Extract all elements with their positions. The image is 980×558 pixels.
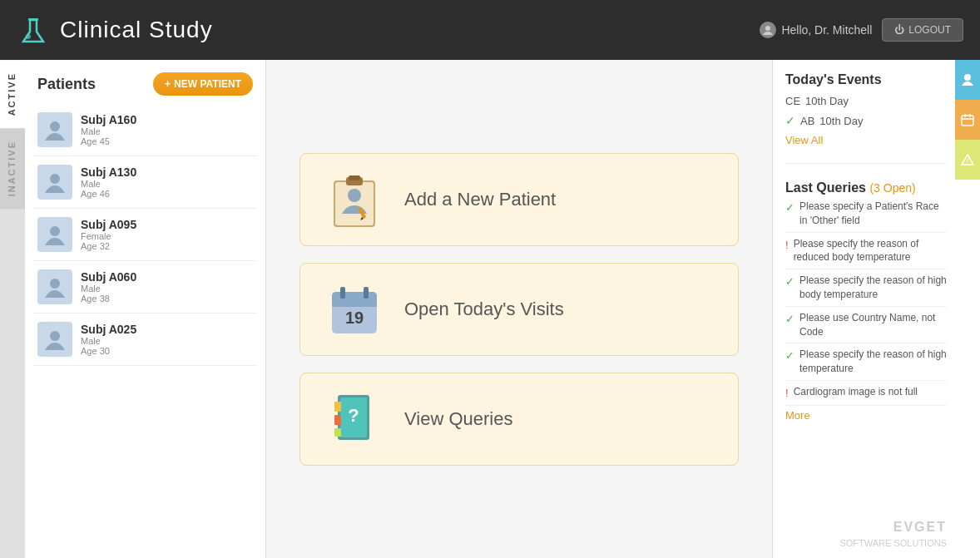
check-icon: ✓: [785, 274, 794, 289]
app-title: Clinical Study: [60, 17, 213, 43]
svg-point-6: [50, 226, 60, 236]
svg-rect-10: [335, 182, 374, 225]
clipboard-icon: [325, 170, 384, 229]
svg-rect-12: [349, 175, 360, 180]
svg-rect-32: [969, 114, 971, 117]
svg-point-2: [26, 34, 31, 39]
patient-name: Subj A130: [81, 165, 253, 179]
alert-sidebar-btn[interactable]: !: [955, 140, 980, 180]
flask-icon: [17, 13, 50, 47]
view-queries-card[interactable]: ? View Queries: [299, 373, 739, 466]
event-item: CE 10th Day: [785, 91, 947, 111]
today-events-title: Today's Events: [785, 72, 947, 87]
new-patient-button[interactable]: + NEW PATIENT: [153, 72, 253, 96]
event-item: ✓ AB 10th Day: [785, 111, 947, 131]
patient-name: Subj A160: [81, 113, 253, 126]
svg-point-4: [50, 121, 60, 131]
patient-item[interactable]: Subj A095 Female Age 32: [33, 209, 257, 261]
divider: [785, 163, 947, 164]
main-container: ACTIVE INACTIVE Patients + NEW PATIENT S…: [0, 60, 980, 558]
open-visits-card[interactable]: 19 Open Today's Visits: [299, 263, 739, 356]
svg-rect-31: [964, 114, 966, 117]
query-item: ! Please specify the reason of reduced b…: [785, 233, 947, 270]
patient-info: Subj A160 Male Age 45: [81, 113, 253, 146]
active-tab[interactable]: ACTIVE: [0, 60, 25, 128]
right-panel: Today's Events CE 10th Day ✓ AB 10th Day…: [772, 60, 980, 558]
patient-age: Age 38: [81, 294, 253, 304]
patient-item[interactable]: Subj A160 Male Age 45: [33, 104, 257, 156]
patient-gender: Female: [81, 231, 253, 241]
power-icon: ⏻: [894, 24, 904, 36]
calendar-sidebar-btn[interactable]: [955, 100, 980, 140]
svg-point-28: [964, 74, 971, 81]
query-item: ✓ Please use Country Name, not Code: [785, 307, 947, 344]
queries-title: Last Queries: [785, 180, 866, 195]
svg-rect-25: [334, 402, 341, 412]
svg-point-3: [765, 26, 770, 31]
patient-age: Age 32: [81, 241, 253, 251]
patient-gender: Male: [81, 179, 253, 189]
sidebar-title: Patients: [37, 76, 96, 93]
check-icon: ✓: [785, 348, 794, 363]
patient-age: Age 46: [81, 189, 253, 199]
svg-rect-18: [332, 304, 377, 307]
svg-rect-27: [334, 428, 341, 437]
svg-point-13: [348, 189, 361, 202]
patient-name: Subj A095: [81, 218, 253, 231]
add-patient-label: Add a New Patient: [404, 189, 556, 210]
book-icon: ?: [325, 390, 384, 448]
patient-list: Subj A160 Male Age 45 Subj A130 Male Age…: [25, 104, 265, 366]
avatar: [37, 217, 72, 252]
svg-rect-26: [334, 415, 341, 425]
svg-text:!: !: [967, 157, 969, 165]
svg-rect-1: [28, 18, 38, 21]
event-code: AB: [800, 115, 814, 127]
calendar-icon: 19: [325, 280, 384, 338]
avatar: [37, 322, 72, 357]
side-tabs: ACTIVE INACTIVE: [0, 60, 25, 558]
patient-item[interactable]: Subj A130 Male Age 46: [33, 156, 257, 209]
add-patient-card[interactable]: Add a New Patient: [299, 153, 739, 246]
query-item: ! Cardiogram image is not full: [785, 381, 947, 406]
open-visits-label: Open Today's Visits: [404, 299, 564, 320]
event-code: CE: [785, 95, 800, 107]
more-link[interactable]: More: [785, 409, 947, 422]
exclaim-icon: !: [785, 238, 789, 253]
patient-info: Subj A025 Male Age 30: [81, 323, 253, 356]
check-icon: ✓: [785, 200, 794, 215]
patient-item[interactable]: Subj A025 Male Age 30: [33, 314, 257, 366]
patient-age: Age 45: [81, 136, 253, 146]
watermark-line2: SOFTWARE SOLUTIONS: [839, 537, 947, 550]
query-item: ✓ Please specify a Patient's Race in 'Ot…: [785, 195, 947, 233]
header-left: Clinical Study: [17, 13, 213, 47]
svg-point-8: [50, 331, 60, 341]
watermark: EVGET SOFTWARE SOLUTIONS: [839, 518, 947, 550]
patient-gender: Male: [81, 126, 253, 136]
avatar: [37, 165, 72, 200]
view-queries-label: View Queries: [404, 408, 512, 430]
patient-name: Subj A060: [81, 270, 253, 284]
sidebar-header: Patients + NEW PATIENT: [25, 60, 265, 104]
svg-point-7: [50, 279, 60, 289]
watermark-line1: EVGET: [839, 518, 947, 536]
user-info: Hello, Dr. Mitchell: [760, 22, 872, 38]
last-queries-section: Last Queries (3 Open) ✓ Please specify a…: [785, 180, 947, 422]
patient-info: Subj A130 Male Age 46: [81, 165, 253, 199]
patient-name: Subj A025: [81, 323, 253, 336]
check-icon: ✓: [785, 114, 795, 127]
inactive-tab[interactable]: INACTIVE: [0, 128, 25, 209]
svg-rect-29: [962, 116, 973, 126]
right-sidebar-buttons: !: [955, 60, 980, 558]
patient-info: Subj A060 Male Age 38: [81, 270, 253, 304]
view-all-link[interactable]: View All: [785, 134, 947, 146]
user-sidebar-btn[interactable]: [955, 60, 980, 100]
query-item: ✓ Please specify the reason of high temp…: [785, 343, 947, 381]
logout-button[interactable]: ⏻ LOGOUT: [882, 18, 963, 42]
event-day: 10th Day: [805, 95, 849, 107]
queries-open-count: (3 Open): [869, 181, 915, 195]
patient-item[interactable]: Subj A060 Male Age 38: [33, 261, 257, 314]
query-item: ✓ Please specify the reason of high body…: [785, 269, 947, 307]
plus-icon: +: [165, 78, 171, 90]
app-header: Clinical Study Hello, Dr. Mitchell ⏻ LOG…: [0, 0, 980, 60]
patient-sidebar: Patients + NEW PATIENT Subj A160 Male Ag…: [25, 60, 266, 558]
